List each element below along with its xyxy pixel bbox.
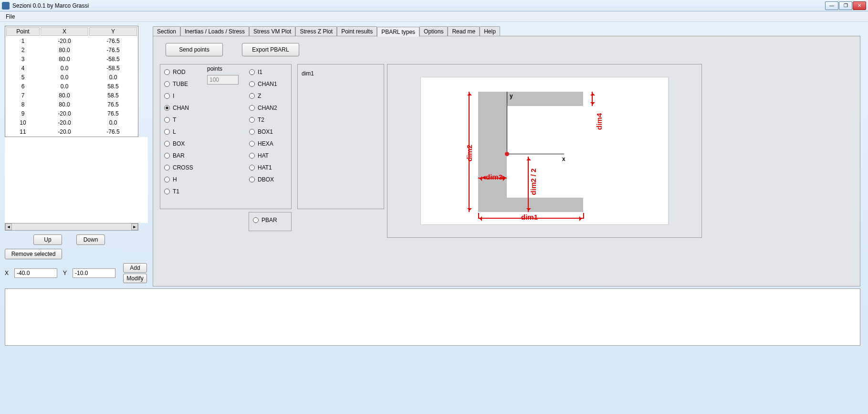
- tab-strip: Section Inertias / Loads / Stress Stress…: [153, 26, 860, 36]
- radio-icon: [164, 153, 170, 159]
- axis-x-label: x: [562, 156, 565, 162]
- radio-box1[interactable]: BOX1: [249, 127, 290, 137]
- dim22-arrow: [528, 157, 529, 212]
- x-input[interactable]: [14, 268, 57, 278]
- scroll-left-icon[interactable]: ◄: [5, 223, 12, 230]
- radio-box[interactable]: BOX: [164, 139, 202, 149]
- remove-selected-button[interactable]: Remove selected: [5, 249, 62, 259]
- table-row[interactable]: 50.00.0: [6, 73, 137, 81]
- tab-readme[interactable]: Read me: [448, 26, 480, 36]
- radio-label: T: [173, 117, 176, 123]
- pbar-group: PBAR: [249, 212, 292, 231]
- tab-stress-z[interactable]: Stress Z Plot: [295, 26, 337, 36]
- tab-inertias[interactable]: Inertias / Loads / Stress: [180, 26, 249, 36]
- radio-label: DBOX: [258, 176, 274, 183]
- maximize-button[interactable]: ❐: [839, 1, 852, 10]
- radio-label: I1: [258, 69, 262, 75]
- radio-pbar-label: PBAR: [261, 217, 277, 223]
- radio-label: T2: [258, 117, 264, 123]
- dim22-label: dim2 / 2: [529, 169, 537, 195]
- type-group-1: RODTUBEICHANTLBOXBARCROSSHT1 points I1CH…: [160, 64, 292, 209]
- tab-options[interactable]: Options: [419, 26, 448, 36]
- radio-hexa[interactable]: HEXA: [249, 139, 290, 149]
- window-title: Sezioni 0.0.1 by Marco Grassi: [12, 2, 89, 9]
- radio-l[interactable]: L: [164, 127, 202, 137]
- tab-pbarl-types[interactable]: PBARL types: [377, 27, 419, 37]
- radio-bar[interactable]: BAR: [164, 151, 202, 160]
- minimize-button[interactable]: —: [825, 1, 838, 10]
- th-x[interactable]: X: [41, 27, 88, 36]
- menu-file[interactable]: File: [3, 12, 18, 21]
- radio-icon: [164, 189, 170, 194]
- close-button[interactable]: ✕: [853, 1, 866, 10]
- dim4-label: dim4: [595, 113, 603, 130]
- radio-rod[interactable]: ROD: [164, 67, 202, 77]
- export-pbarl-button[interactable]: Export PBARL: [242, 43, 299, 56]
- add-button[interactable]: Add: [123, 263, 147, 273]
- radio-pbar[interactable]: PBAR: [253, 215, 287, 225]
- radio-icon: [164, 117, 170, 123]
- tab-point-results[interactable]: Point results: [337, 26, 377, 36]
- radio-t2[interactable]: T2: [249, 115, 290, 125]
- modify-button[interactable]: Modify: [123, 274, 147, 283]
- table-row[interactable]: 9-20.076.5: [6, 109, 137, 117]
- points-label: points: [207, 65, 222, 72]
- radio-icon: [164, 165, 170, 170]
- y-label: Y: [63, 270, 67, 276]
- radio-label: HAT: [258, 152, 269, 159]
- radio-icon: [164, 177, 170, 182]
- table-row[interactable]: 780.058.5: [6, 91, 137, 99]
- down-button[interactable]: Down: [76, 234, 105, 245]
- radio-icon: [164, 93, 170, 99]
- radio-icon: [164, 129, 170, 135]
- radio-label: CROSS: [173, 164, 193, 171]
- table-row[interactable]: 10-20.00.0: [6, 118, 137, 127]
- radio-icon: [249, 153, 255, 159]
- radio-t1[interactable]: T1: [164, 187, 202, 196]
- radio-t[interactable]: T: [164, 115, 202, 125]
- y-input[interactable]: [73, 268, 115, 278]
- radio-label: HEXA: [258, 140, 273, 147]
- radio-tube[interactable]: TUBE: [164, 79, 202, 89]
- table-row[interactable]: 1-20.0-76.5: [6, 37, 137, 45]
- radio-cross[interactable]: CROSS: [164, 163, 202, 172]
- radio-hat[interactable]: HAT: [249, 151, 290, 160]
- th-y[interactable]: Y: [89, 27, 137, 36]
- table-row[interactable]: 40.0-58.5: [6, 64, 137, 72]
- radio-label: BAR: [173, 152, 185, 159]
- tab-help[interactable]: Help: [480, 26, 500, 36]
- radio-icon: [164, 81, 170, 87]
- radio-label: CHAN1: [258, 81, 277, 87]
- th-point[interactable]: Point: [6, 27, 40, 36]
- radio-icon: [249, 129, 255, 135]
- radio-chan1[interactable]: CHAN1: [249, 79, 290, 89]
- up-button[interactable]: Up: [33, 234, 62, 245]
- radio-h[interactable]: H: [164, 175, 202, 184]
- radio-z[interactable]: Z: [249, 91, 290, 101]
- radio-i[interactable]: I: [164, 91, 202, 101]
- tab-section[interactable]: Section: [153, 26, 180, 36]
- radio-label: I: [173, 93, 174, 99]
- radio-chan[interactable]: CHAN: [164, 103, 202, 113]
- table-row[interactable]: 60.058.5: [6, 82, 137, 90]
- radio-dbox[interactable]: DBOX: [249, 175, 290, 184]
- table-row[interactable]: 380.0-58.5: [6, 55, 137, 63]
- tab-stress-vm[interactable]: Stress VM Plot: [249, 26, 295, 36]
- points-table[interactable]: Point X Y 1-20.0-76.5280.0-76.5380.0-58.…: [5, 26, 138, 137]
- radio-icon: [249, 93, 255, 99]
- table-hscroll[interactable]: ◄ ►: [5, 223, 138, 231]
- radio-label: L: [173, 128, 176, 135]
- origin-dot: [505, 152, 509, 156]
- radio-label: HAT1: [258, 164, 272, 171]
- table-row[interactable]: 11-20.0-76.5: [6, 127, 137, 136]
- scroll-right-icon[interactable]: ►: [131, 223, 138, 230]
- radio-label: H: [173, 176, 177, 183]
- radio-chan2[interactable]: CHAN2: [249, 103, 290, 113]
- radio-i1[interactable]: I1: [249, 67, 290, 77]
- output-console[interactable]: [5, 288, 860, 346]
- send-points-button[interactable]: Send points: [166, 43, 223, 56]
- radio-hat1[interactable]: HAT1: [249, 163, 290, 172]
- radio-label: T1: [173, 188, 179, 195]
- table-row[interactable]: 880.076.5: [6, 100, 137, 108]
- table-row[interactable]: 280.0-76.5: [6, 46, 137, 54]
